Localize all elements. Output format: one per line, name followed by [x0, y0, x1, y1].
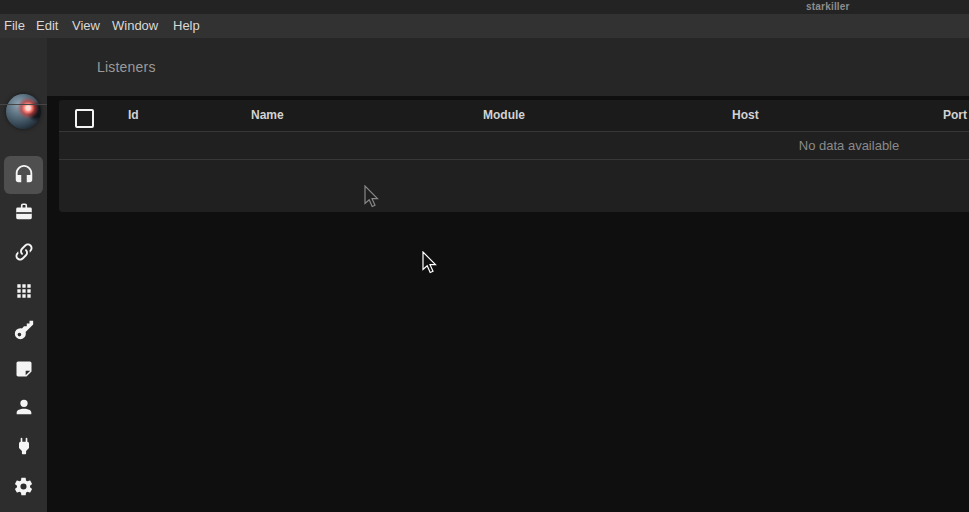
- title-bar: starkiller: [0, 0, 969, 14]
- sidebar-item-agents[interactable]: [4, 233, 43, 271]
- person-icon: [13, 396, 35, 418]
- select-all-checkbox[interactable]: [75, 109, 94, 128]
- sidebar-item-stagers[interactable]: [4, 193, 43, 231]
- sidebar-item-settings[interactable]: [4, 467, 43, 505]
- column-header-name[interactable]: Name: [251, 100, 284, 131]
- link-icon: [13, 241, 35, 263]
- sidebar-item-reporting[interactable]: [4, 350, 43, 388]
- mouse-cursor-icon: [422, 251, 438, 275]
- sidebar-item-credentials[interactable]: [4, 311, 43, 349]
- plug-icon: [14, 436, 34, 456]
- empty-state-text: No data available: [799, 138, 899, 153]
- menu-bar: File Edit View Window Help: [0, 14, 969, 38]
- sidebar-item-about[interactable]: [4, 505, 43, 512]
- table-divider: [59, 159, 969, 160]
- window-title: starkiller: [806, 1, 850, 12]
- sidebar-divider: [0, 104, 47, 105]
- sidebar-item-users[interactable]: [4, 388, 43, 426]
- menu-file[interactable]: File: [4, 14, 25, 38]
- page-title: Listeners: [97, 59, 156, 75]
- column-header-module[interactable]: Module: [483, 100, 525, 131]
- column-header-host[interactable]: Host: [732, 100, 759, 131]
- menu-view[interactable]: View: [72, 14, 100, 38]
- column-header-port[interactable]: Port: [943, 100, 967, 131]
- starkiller-logo: [6, 94, 41, 129]
- starkiller-window: { "window": { "title": "starkiller" }, "…: [0, 0, 969, 512]
- menu-help[interactable]: Help: [173, 14, 200, 38]
- headphones-icon: [13, 164, 35, 186]
- column-header-id[interactable]: Id: [128, 100, 139, 131]
- table-header-row: Id Name Module Host Port: [59, 100, 969, 131]
- listeners-table: Id Name Module Host Port No data availab…: [59, 100, 969, 212]
- grid-icon: [14, 281, 34, 301]
- sidebar: [0, 38, 47, 512]
- sidebar-item-listeners[interactable]: [4, 156, 43, 194]
- menu-edit[interactable]: Edit: [36, 14, 58, 38]
- gear-icon: [13, 476, 34, 497]
- menu-window[interactable]: Window: [112, 14, 158, 38]
- note-icon: [14, 359, 34, 379]
- table-empty-row: No data available: [59, 132, 969, 159]
- briefcase-icon: [13, 201, 35, 223]
- sidebar-item-plugins[interactable]: [4, 427, 43, 465]
- sidebar-item-modules[interactable]: [4, 272, 43, 310]
- page-toolbar: Listeners: [47, 38, 969, 96]
- key-icon: [13, 319, 35, 341]
